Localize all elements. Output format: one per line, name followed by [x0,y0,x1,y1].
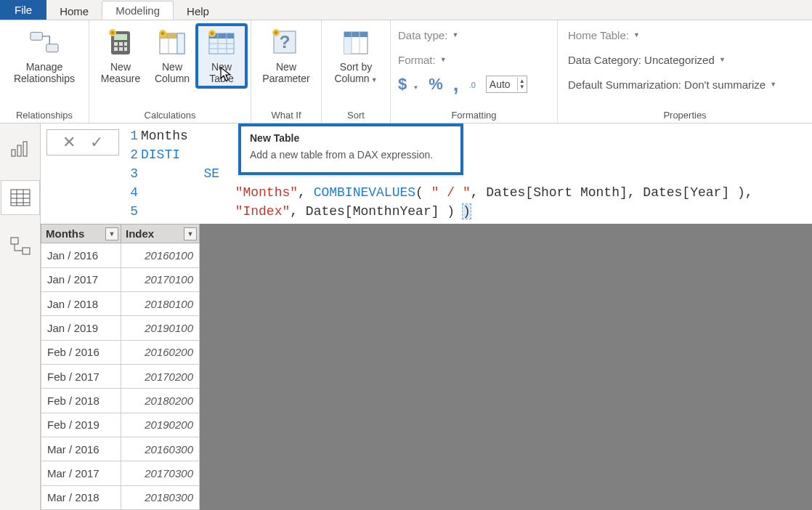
data-type-dropdown[interactable]: Data type: ▼ [398,25,527,45]
table-row[interactable]: Jan / 201820180100 [41,292,200,316]
new-measure-label1: New [110,61,131,73]
cell-months[interactable]: Jan / 2019 [41,316,121,340]
line-number: 1 [125,126,138,145]
decimals-input[interactable] [487,77,517,92]
group-calculations-label: Calculations [89,108,251,123]
cell-months[interactable]: Mar / 2017 [41,461,121,485]
group-sort-label: Sort [322,108,390,123]
cell-index[interactable]: 20160100 [121,243,200,267]
table-row[interactable]: Jan / 201920190100 [41,316,200,340]
percent-button[interactable]: % [429,75,443,94]
line-number: 4 [125,183,138,202]
group-properties-label: Properties [558,108,812,123]
new-measure-button[interactable]: New Measure [94,25,147,87]
svg-rect-15 [177,33,184,54]
group-relationships: Manage Relationships Relationships [0,20,89,123]
tooltip-title: New Table [250,132,452,144]
decimals-icon: .0 [469,78,476,91]
column-filter-button[interactable]: ▼ [184,227,197,240]
new-column-label2: Column [155,73,190,84]
report-view-button[interactable] [9,139,31,158]
home-table-dropdown[interactable]: Home Table: ▼ [568,25,776,45]
home-tab[interactable]: Home [46,2,102,20]
sort-by-label1: Sort by [340,61,372,73]
group-formatting-label: Formatting [391,108,557,123]
default-summarization-dropdown[interactable]: Default Summarization: Don't summarize ▼ [568,74,776,94]
format-dropdown[interactable]: Format: ▼ [398,49,527,70]
table-row[interactable]: Feb / 201720170200 [41,365,200,389]
column-filter-button[interactable]: ▼ [105,227,118,240]
sort-by-column-button[interactable]: Sort by Column▼ [326,25,386,87]
chevron-down-icon: ▼ [770,81,776,88]
cell-months[interactable]: Jan / 2016 [41,243,121,267]
currency-button[interactable]: $ ▼ [398,75,418,94]
table-row[interactable]: Jan / 201620160100 [41,243,200,267]
thousands-button[interactable]: , [453,73,459,96]
new-parameter-label1: New [276,61,296,73]
table-row[interactable]: Feb / 201620160200 [41,340,200,364]
line-gutter: 1 2 3 4 5 [125,126,141,221]
table-row[interactable]: Feb / 201920190200 [41,413,200,437]
table-row[interactable]: Mar / 201820180300 [41,485,200,509]
cell-index[interactable]: 20190100 [121,316,200,340]
cell-months[interactable]: Jan / 2018 [41,292,121,316]
svg-rect-3 [114,34,127,40]
help-tab[interactable]: Help [174,2,222,20]
line-number: 3 [125,164,138,183]
spinner-arrows-icon[interactable]: ▲▼ [517,78,527,91]
cell-index[interactable]: 20160200 [121,340,200,364]
cell-index[interactable]: 20170100 [121,267,200,291]
data-view-button[interactable] [1,180,40,215]
cursor-icon [220,67,233,83]
manage-relationships-button[interactable]: Manage Relationships [4,25,84,87]
cell-index[interactable]: 20180300 [121,485,200,509]
cell-index[interactable]: 20170200 [121,365,200,389]
table-row[interactable]: Mar / 201620160300 [41,437,200,461]
table-row[interactable]: Mar / 201720170300 [41,461,200,485]
new-column-button[interactable]: New Column [147,25,197,87]
svg-rect-1 [46,44,58,52]
line-number: 5 [125,202,138,221]
cell-index[interactable]: 20180200 [121,389,200,413]
cancel-formula-button[interactable]: ✕ [62,133,76,152]
ribbon: Manage Relationships Relationships New [0,20,812,124]
column-header-months[interactable]: Months ▼ [41,224,121,243]
svg-rect-29 [344,37,352,54]
svg-rect-35 [11,190,30,206]
svg-rect-28 [344,32,368,37]
cell-index[interactable]: 20180100 [121,292,200,316]
cell-months[interactable]: Feb / 2019 [41,413,121,437]
new-table-button[interactable]: New Table [197,25,246,87]
cell-months[interactable]: Mar / 2018 [41,485,121,509]
formula-bar: ✕ ✓ 1 2 3 4 5 Months DISTI SE "Months", … [41,124,812,224]
chevron-down-icon: ▼ [371,76,378,84]
cell-months[interactable]: Jan / 2017 [41,267,121,291]
sort-icon [341,28,370,57]
table-row[interactable]: Feb / 201820180200 [41,389,200,413]
manage-relationships-label2: Relationships [14,73,75,84]
dax-editor[interactable]: 1 2 3 4 5 Months DISTI SE "Months", COMB… [125,124,812,224]
modeling-tab[interactable]: Modeling [102,1,174,20]
svg-rect-32 [12,150,15,156]
chevron-down-icon: ▼ [452,31,458,39]
data-category-dropdown[interactable]: Data Category: Uncategorized ▼ [568,49,776,70]
cell-months[interactable]: Feb / 2017 [41,365,121,389]
cell-index[interactable]: 20160300 [121,437,200,461]
file-tab[interactable]: File [0,0,46,20]
svg-rect-34 [23,142,27,156]
column-icon [158,28,187,57]
table-row[interactable]: Jan / 201720170100 [41,267,200,291]
accept-formula-button[interactable]: ✓ [90,133,103,152]
new-parameter-button[interactable]: ? New Parameter [256,25,317,87]
cell-months[interactable]: Mar / 2016 [41,437,121,461]
model-view-button[interactable] [9,237,31,256]
column-header-index[interactable]: Index ▼ [121,224,200,243]
data-grid[interactable]: Months ▼ Index ▼ Jan / 201620160100Jan /… [41,224,200,510]
decimals-spinner[interactable]: ▲▼ [486,76,527,93]
cell-months[interactable]: Feb / 2016 [41,340,121,364]
chevron-down-icon: ▼ [440,56,447,63]
cell-index[interactable]: 20170300 [121,461,200,485]
group-calculations: New Measure New Column [89,20,251,123]
cell-months[interactable]: Feb / 2018 [41,389,121,413]
cell-index[interactable]: 20190200 [121,413,200,437]
